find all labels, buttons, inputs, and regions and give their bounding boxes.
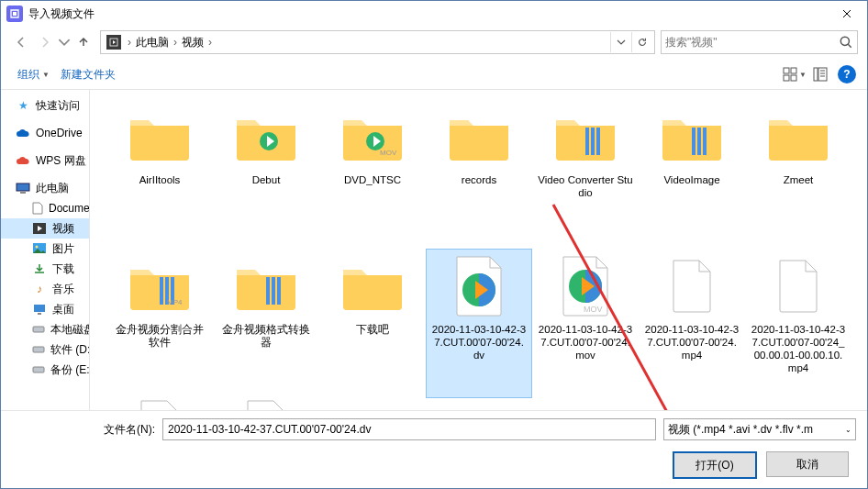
svg-rect-22 [591,128,595,155]
pc-icon [16,181,30,195]
sidebar-item-thispc[interactable]: 此电脑 [1,178,89,198]
up-button[interactable] [72,31,95,53]
sidebar-item-video[interactable]: 视频 [1,218,89,239]
back-button[interactable] [10,31,32,53]
svg-rect-5 [791,75,796,81]
folder-tile[interactable]: MP4 金舟视频分割合并软件 [106,249,213,398]
desktop-icon [32,302,47,317]
svg-rect-27 [160,277,163,305]
help-button[interactable]: ? [838,65,856,83]
folder-tile[interactable]: Video Converter Studio [532,99,639,249]
open-button[interactable]: 打开(O) [673,451,757,479]
filename-label: 文件名(N): [104,422,155,438]
folder-tile[interactable]: 下载吧 [319,249,426,398]
sidebar-item-wps[interactable]: WPS 网盘 [1,150,89,171]
download-icon [32,261,47,276]
star-icon: ★ [16,98,30,113]
partial-row [106,393,319,410]
sidebar-item-desktop[interactable]: 桌面 [1,299,89,319]
svg-rect-13 [34,305,45,312]
video-file-icon [442,255,516,317]
search-placeholder: 搜索"视频" [665,35,839,50]
separator-icon: › [171,36,180,49]
close-button[interactable] [826,1,867,27]
sidebar-item-downloads[interactable]: 下载 [1,259,89,279]
sidebar-item-disk-c[interactable]: 本地磁盘 [1,319,89,339]
svg-text:MP4: MP4 [167,298,183,306]
folder-tile[interactable]: Debut [213,99,319,249]
crumb-folder[interactable]: 视频 [180,35,206,50]
cloud-icon [16,126,30,140]
sidebar-item-disk-d[interactable]: 软件 (D: [1,339,89,360]
sidebar: ★快速访问 OneDrive WPS 网盘 此电脑 Documen 视频 图片 … [1,90,89,410]
folder-icon [549,106,622,168]
file-tile[interactable]: 2020-11-03-10-42-37.CUT.00'07-00'24_00.0… [745,249,851,398]
folder-icon [229,106,303,168]
file-tile[interactable]: 2020-11-03-10-42-37.CUT.00'07-00'24.mp4 [639,249,745,398]
file-icon [229,399,303,410]
view-icons-button[interactable]: ▼ [783,64,807,84]
folder-icon: MP4 [123,255,196,317]
folder-tile[interactable]: VideoImage [639,99,745,249]
svg-rect-26 [703,128,707,155]
search-icon [839,35,853,50]
recent-button[interactable] [58,31,71,53]
folder-tile[interactable]: records [426,99,532,249]
file-tile[interactable]: MOV 2020-11-03-10-42-37.CUT.00'07-00'24.… [532,249,639,398]
address-row: › 此电脑 › 视频 › 搜索"视频" [1,27,867,60]
file-icon [123,399,196,410]
svg-rect-7 [814,68,818,81]
folder-tile[interactable]: AirIItools [106,99,213,249]
svg-rect-23 [596,128,600,155]
svg-rect-8 [17,183,29,191]
button-row: 打开(O) 取消 [12,451,856,479]
sidebar-item-disk-e[interactable]: 备份 (E: [1,360,89,380]
toolbar: 组织▼ 新建文件夹 ▼ ? [1,60,867,90]
folder-icon: MOV [336,106,409,168]
sidebar-item-pictures[interactable]: 图片 [1,239,89,259]
svg-rect-2 [784,68,789,73]
svg-rect-3 [791,68,796,73]
file-tile-selected[interactable]: 2020-11-03-10-42-37.CUT.00'07-00'24.dv [426,249,532,398]
folder-tile[interactable]: Zmeet [745,99,851,249]
sidebar-item-documents[interactable]: Documen [1,198,89,218]
folder-icon [229,255,303,317]
folder-icon [336,255,409,317]
forward-button[interactable] [34,31,56,53]
svg-point-12 [36,246,39,249]
breadcrumb[interactable]: › 此电脑 › 视频 › [100,30,655,54]
sidebar-item-quickaccess[interactable]: ★快速访问 [1,95,89,116]
video-file-icon: MOV [549,255,622,317]
nav-arrows [10,31,95,53]
filename-input[interactable] [162,418,656,440]
cancel-button[interactable]: 取消 [766,451,849,477]
refresh-button[interactable] [631,32,652,52]
file-grid[interactable]: AirIItools Debut MOV DVD_NTSC records Vi… [89,90,867,410]
breadcrumb-dropdown-button[interactable] [610,32,631,52]
folder-tile[interactable]: 金舟视频格式转换器 [213,249,319,398]
pics-icon [32,241,47,256]
organize-button[interactable]: 组织▼ [12,63,55,86]
music-icon: ♪ [32,282,47,296]
file-tile[interactable] [106,393,213,410]
view-details-button[interactable] [808,64,832,84]
file-tile[interactable] [213,393,319,410]
disk-icon [32,342,45,357]
svg-point-1 [840,37,849,45]
file-icon [655,255,729,317]
crumb-thispc[interactable]: 此电脑 [134,35,171,50]
disk-icon [32,362,45,377]
titlebar: 导入视频文件 [1,1,867,27]
sidebar-item-music[interactable]: ♪音乐 [1,279,89,299]
svg-rect-25 [697,128,701,155]
video-library-icon [106,35,121,50]
window-title: 导入视频文件 [28,6,826,22]
svg-rect-32 [272,277,275,305]
folder-tile[interactable]: MOV DVD_NTSC [319,99,426,249]
filename-row: 文件名(N): 视频 (*.mp4 *.avi *.dv *.flv *.m ⌄ [12,418,856,440]
separator-icon: › [125,36,134,49]
filetype-filter[interactable]: 视频 (*.mp4 *.avi *.dv *.flv *.m ⌄ [663,418,856,440]
search-input[interactable]: 搜索"视频" [661,30,858,54]
newfolder-button[interactable]: 新建文件夹 [55,63,121,86]
sidebar-item-onedrive[interactable]: OneDrive [1,123,89,143]
